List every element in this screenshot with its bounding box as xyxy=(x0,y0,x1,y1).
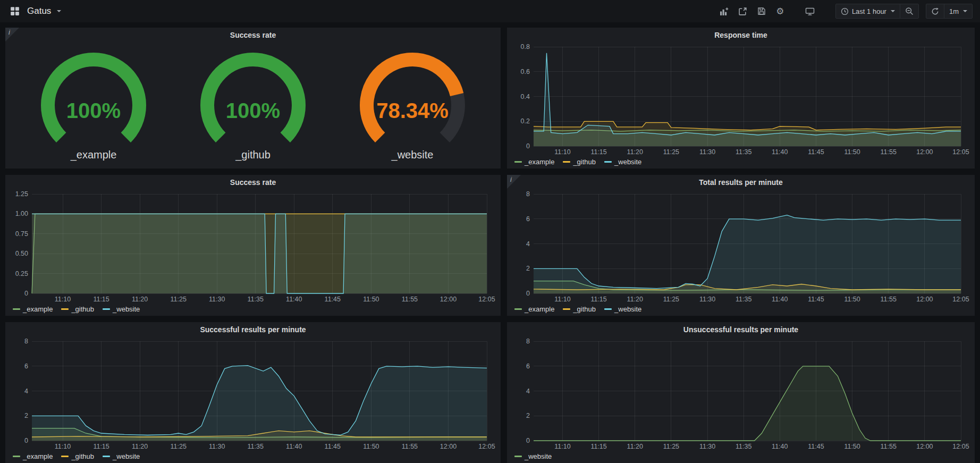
dashboard-title[interactable]: Gatus xyxy=(27,6,51,16)
legend-item-_example[interactable]: _example xyxy=(13,452,53,460)
svg-text:11:35: 11:35 xyxy=(736,443,751,450)
timeseries-svg[interactable]: 0246811:1011:1511:2011:2511:3011:3511:40… xyxy=(510,337,971,451)
legend-item-_website[interactable]: _website xyxy=(604,158,641,166)
panel-header[interactable]: Successful results per minute xyxy=(5,322,501,337)
svg-text:11:45: 11:45 xyxy=(325,443,341,450)
svg-text:11:20: 11:20 xyxy=(132,443,148,450)
legend-item-_website[interactable]: _website xyxy=(103,305,140,313)
gauge-label: _example xyxy=(71,149,117,161)
dashboards-grid-icon[interactable] xyxy=(7,4,22,18)
legend: _example_github_website xyxy=(5,304,501,316)
refresh-button[interactable] xyxy=(926,4,944,18)
svg-text:11:20: 11:20 xyxy=(627,148,643,156)
legend-swatch xyxy=(61,308,69,310)
legend-item-_github[interactable]: _github xyxy=(61,305,94,313)
legend-swatch xyxy=(103,456,110,457)
legend-item-_website[interactable]: _website xyxy=(514,452,552,460)
svg-text:11:50: 11:50 xyxy=(844,296,860,303)
gauge-arc: 100% xyxy=(14,52,173,147)
legend-item-_example[interactable]: _example xyxy=(514,305,554,313)
time-picker-group: Last 1 hour xyxy=(835,4,919,19)
panel-success-rate-timeseries: Success rate 00.250.500.751.001.2511:101… xyxy=(5,175,501,316)
share-icon[interactable] xyxy=(736,4,750,18)
svg-text:0.6: 0.6 xyxy=(521,68,530,75)
legend-item-_github[interactable]: _github xyxy=(563,305,596,313)
timeseries-svg[interactable]: 00.20.40.60.811:1011:1511:2011:2511:3011… xyxy=(510,43,971,157)
top-navbar: Gatus ⚙ xyxy=(0,0,980,22)
legend-name: _website xyxy=(113,305,140,313)
svg-text:11:55: 11:55 xyxy=(881,296,897,303)
refresh-interval-dropdown[interactable]: 1m xyxy=(944,4,972,18)
svg-text:1.00: 1.00 xyxy=(15,210,28,217)
chart-success-rate[interactable]: 00.250.500.751.001.2511:1011:1511:2011:2… xyxy=(9,190,497,304)
svg-text:11:55: 11:55 xyxy=(402,443,418,450)
legend-item-_github[interactable]: _github xyxy=(61,452,94,460)
chart-unsuccessful-results[interactable]: 0246811:1011:1511:2011:2511:3011:3511:40… xyxy=(510,337,971,451)
svg-text:11:35: 11:35 xyxy=(248,296,264,303)
chart-successful-results[interactable]: 0246811:1011:1511:2011:2511:3011:3511:40… xyxy=(9,337,497,451)
legend-swatch xyxy=(563,308,570,310)
chart-total-results[interactable]: 0246811:1011:1511:2011:2511:3011:3511:40… xyxy=(510,190,971,304)
timeseries-svg[interactable]: 00.250.500.751.001.2511:1011:1511:2011:2… xyxy=(9,190,497,304)
legend-name: _example xyxy=(525,158,554,166)
panel-title: Unsuccessful results per minute xyxy=(683,325,798,334)
svg-text:11:35: 11:35 xyxy=(736,296,751,303)
svg-text:11:40: 11:40 xyxy=(772,296,788,303)
time-range-picker[interactable]: Last 1 hour xyxy=(836,4,900,18)
panel-header[interactable]: Success rate xyxy=(5,28,501,43)
svg-text:11:15: 11:15 xyxy=(590,148,606,156)
chart-response-time[interactable]: 00.20.40.60.811:1011:1511:2011:2511:3011… xyxy=(510,43,971,157)
dashboard-title-caret-icon[interactable] xyxy=(57,10,61,12)
legend-name: _github xyxy=(71,452,94,460)
timeseries-svg[interactable]: 0246811:1011:1511:2011:2511:3011:3511:40… xyxy=(510,190,971,304)
panel-header[interactable]: Response time xyxy=(507,28,975,43)
legend-item-_github[interactable]: _github xyxy=(563,158,596,166)
zoom-out-button[interactable] xyxy=(900,4,918,18)
panel-header[interactable]: Unsuccessful results per minute xyxy=(507,322,975,337)
tv-cycle-view-icon[interactable] xyxy=(802,4,817,18)
svg-text:0.50: 0.50 xyxy=(15,250,28,257)
panel-title: Success rate xyxy=(230,31,276,39)
svg-text:8: 8 xyxy=(24,338,28,345)
legend-swatch xyxy=(514,161,522,163)
svg-text:11:25: 11:25 xyxy=(663,148,679,156)
svg-text:4: 4 xyxy=(526,388,530,395)
svg-text:100%: 100% xyxy=(66,99,121,122)
svg-text:11:10: 11:10 xyxy=(554,443,570,450)
svg-text:6: 6 xyxy=(526,363,530,370)
save-icon[interactable] xyxy=(754,4,769,18)
legend-item-_website[interactable]: _website xyxy=(103,452,140,460)
panel-header[interactable]: Total results per minute xyxy=(507,175,975,190)
svg-text:11:25: 11:25 xyxy=(171,296,187,303)
svg-text:11:40: 11:40 xyxy=(772,443,788,450)
svg-text:11:50: 11:50 xyxy=(844,148,860,156)
legend-item-_example[interactable]: _example xyxy=(514,158,554,166)
legend-name: _github xyxy=(573,158,596,166)
panel-header[interactable]: Success rate xyxy=(5,175,501,190)
info-icon: i xyxy=(9,28,10,36)
panel-info-corner[interactable]: i xyxy=(5,28,19,41)
legend-item-_website[interactable]: _website xyxy=(604,305,641,313)
svg-text:11:50: 11:50 xyxy=(363,296,379,303)
legend-swatch xyxy=(61,456,69,457)
svg-text:12:00: 12:00 xyxy=(440,296,457,303)
svg-text:11:45: 11:45 xyxy=(808,443,824,450)
timeseries-svg[interactable]: 0246811:1011:1511:2011:2511:3011:3511:40… xyxy=(9,337,497,451)
settings-gear-icon[interactable]: ⚙ xyxy=(773,4,788,18)
svg-text:11:40: 11:40 xyxy=(772,148,788,156)
svg-text:100%: 100% xyxy=(226,99,280,122)
svg-text:4: 4 xyxy=(24,388,28,395)
legend-swatch xyxy=(514,456,522,457)
svg-text:11:55: 11:55 xyxy=(881,148,897,156)
svg-text:11:20: 11:20 xyxy=(627,296,643,303)
legend: _example_github_website xyxy=(507,304,975,316)
legend: _example_github_website xyxy=(507,157,975,169)
refresh-interval-caret-icon xyxy=(963,10,967,12)
legend-swatch xyxy=(514,308,522,310)
svg-text:12:00: 12:00 xyxy=(440,443,457,450)
svg-text:11:30: 11:30 xyxy=(209,296,225,303)
svg-text:11:45: 11:45 xyxy=(325,296,341,303)
add-panel-icon[interactable] xyxy=(717,4,732,18)
legend-item-_example[interactable]: _example xyxy=(13,305,53,313)
panel-info-corner[interactable]: i xyxy=(507,175,521,189)
